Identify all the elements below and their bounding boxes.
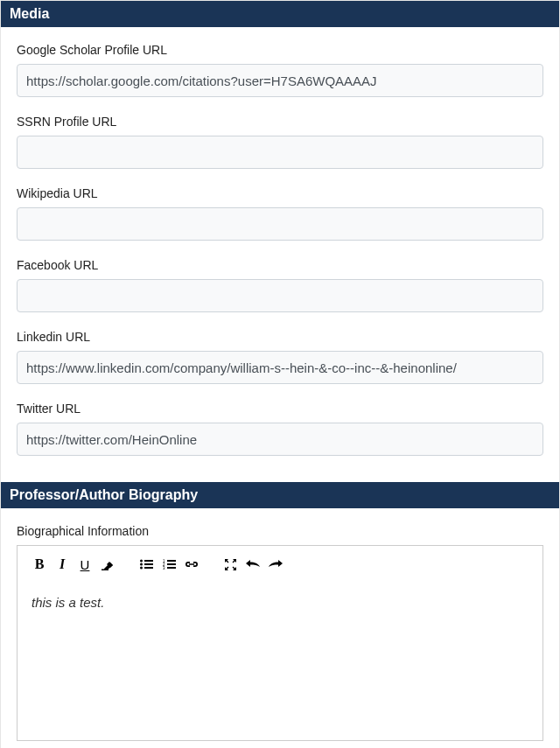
ssrn-field-group: SSRN Profile URL [17, 115, 543, 169]
wikipedia-input[interactable] [17, 207, 543, 241]
twitter-label: Twitter URL [17, 402, 543, 416]
svg-point-1 [140, 560, 143, 563]
fullscreen-icon [225, 559, 236, 570]
facebook-input[interactable] [17, 279, 543, 312]
wikipedia-field-group: Wikipedia URL [17, 186, 543, 241]
facebook-label: Facebook URL [17, 258, 543, 272]
ssrn-label: SSRN Profile URL [17, 115, 543, 129]
eraser-button[interactable] [96, 555, 119, 574]
media-section-body: Google Scholar Profile URL SSRN Profile … [1, 27, 559, 482]
google-scholar-field-group: Google Scholar Profile URL [17, 43, 543, 97]
linkedin-input[interactable] [17, 351, 543, 384]
svg-point-3 [140, 563, 143, 566]
redo-button[interactable] [264, 555, 287, 574]
twitter-input[interactable] [17, 423, 543, 456]
biography-section-header: Professor/Author Biography [1, 482, 559, 508]
linkedin-field-group: Linkedin URL [17, 330, 543, 384]
ordered-list-icon: 123 [163, 559, 176, 570]
ordered-list-button[interactable]: 123 [158, 555, 180, 574]
twitter-field-group: Twitter URL [17, 402, 543, 456]
eraser-icon [102, 559, 115, 570]
biography-section-body: Biographical Information B I U [1, 508, 559, 748]
svg-rect-4 [144, 563, 153, 565]
undo-button[interactable] [242, 555, 264, 574]
svg-rect-0 [102, 569, 108, 570]
svg-rect-8 [167, 560, 176, 562]
unordered-list-icon [140, 559, 153, 570]
svg-rect-6 [144, 567, 153, 569]
biography-editor: B I U 123 [17, 545, 543, 741]
google-scholar-input[interactable] [17, 64, 543, 97]
bold-button[interactable]: B [28, 555, 51, 574]
editor-toolbar: B I U 123 [18, 546, 542, 583]
italic-button[interactable]: I [51, 555, 74, 574]
link-icon [185, 560, 199, 569]
google-scholar-label: Google Scholar Profile URL [17, 43, 543, 57]
ssrn-input[interactable] [17, 136, 543, 169]
redo-icon [269, 560, 283, 569]
facebook-field-group: Facebook URL [17, 258, 543, 312]
svg-text:3: 3 [163, 566, 165, 570]
fullscreen-button[interactable] [219, 555, 242, 574]
unordered-list-button[interactable] [135, 555, 158, 574]
link-button[interactable] [180, 555, 203, 574]
svg-rect-2 [144, 560, 153, 562]
svg-rect-12 [167, 567, 176, 569]
biography-content[interactable]: this is a test. [18, 583, 542, 740]
undo-icon [246, 560, 260, 569]
svg-point-5 [140, 567, 143, 570]
biography-label: Biographical Information [17, 524, 543, 538]
linkedin-label: Linkedin URL [17, 330, 543, 344]
svg-rect-10 [167, 563, 176, 565]
underline-button[interactable]: U [74, 555, 96, 574]
media-section-header: Media [1, 1, 559, 27]
wikipedia-label: Wikipedia URL [17, 186, 543, 200]
